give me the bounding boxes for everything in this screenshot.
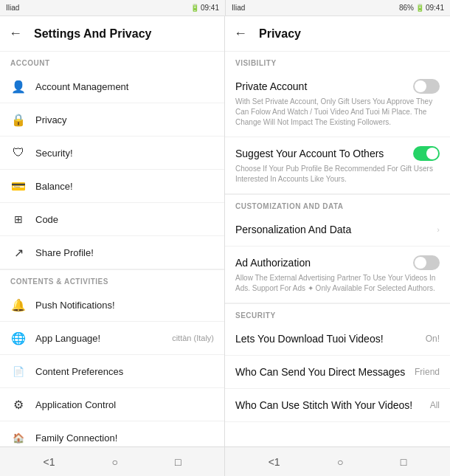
stitch-videos-row[interactable]: Who Can Use Stitch With Your Videos! All bbox=[225, 389, 450, 422]
main-panels: ← Settings And Privacy ACCOUNT 👤 Account… bbox=[0, 16, 450, 446]
left-panel-header: ← Settings And Privacy bbox=[0, 16, 224, 52]
menu-item-balance[interactable]: 💳 Balance! bbox=[0, 170, 224, 203]
left-bottom-nav: <1 ○ □ bbox=[0, 446, 225, 476]
left-status-icons: 🔋 09:41 bbox=[190, 4, 219, 12]
right-status-bar: Iliad 86% 🔋 09:41 bbox=[225, 0, 450, 16]
right-time: 09:41 bbox=[426, 4, 444, 12]
ad-authorization-title: Ad Authorization bbox=[235, 257, 311, 269]
suggest-account-toggle-knob bbox=[426, 148, 438, 159]
direct-messages-row[interactable]: Who Can Send You Direct Messages Friend bbox=[225, 356, 450, 389]
family-connection-label: Family Connection! bbox=[35, 432, 214, 444]
push-notifications-icon: 🔔 bbox=[10, 297, 27, 313]
download-videos-value: On! bbox=[426, 334, 440, 344]
code-label: Code bbox=[35, 214, 214, 225]
private-account-title: Private Account bbox=[235, 80, 307, 92]
balance-icon: 💳 bbox=[10, 178, 27, 194]
download-videos-row[interactable]: Lets You Download Tuoi Videos! On! bbox=[225, 322, 450, 356]
ad-authorization-row: Ad Authorization Allow The External Adve… bbox=[225, 246, 450, 303]
left-home-nav-button[interactable]: ○ bbox=[106, 453, 124, 471]
app-language-value: cittàn (Italy) bbox=[172, 334, 214, 342]
account-management-label: Account Management bbox=[35, 81, 214, 92]
left-panel: ← Settings And Privacy ACCOUNT 👤 Account… bbox=[0, 16, 225, 446]
left-battery: 🔋 bbox=[190, 4, 199, 12]
ad-authorization-toggle[interactable] bbox=[413, 255, 440, 270]
direct-messages-value: Friend bbox=[415, 367, 440, 377]
status-bars: Iliad 🔋 09:41 Iliad 86% 🔋 09:41 bbox=[0, 0, 450, 16]
menu-item-code[interactable]: ⊞ Code bbox=[0, 203, 224, 236]
code-icon: ⊞ bbox=[10, 211, 27, 227]
private-account-desc: With Set Private Account, Only Gift User… bbox=[235, 97, 440, 128]
application-control-icon: ⚙ bbox=[10, 396, 27, 413]
private-account-toggle[interactable] bbox=[413, 79, 440, 94]
personalization-arrow: › bbox=[437, 225, 440, 234]
family-connection-icon: 🏠 bbox=[10, 430, 27, 446]
right-home-nav-button[interactable]: ○ bbox=[331, 453, 349, 471]
left-back-button[interactable]: ← bbox=[9, 26, 22, 41]
security-section-header: SECURITY bbox=[225, 304, 450, 322]
security-label: Security! bbox=[35, 148, 214, 159]
private-account-row: Private Account With Set Private Account… bbox=[225, 70, 450, 137]
app-language-label: App Language! bbox=[35, 333, 172, 344]
push-notifications-label: Push Notifications! bbox=[35, 300, 214, 311]
right-panel-title: Privacy bbox=[259, 27, 301, 41]
menu-item-privacy[interactable]: 🔒 Privacy bbox=[0, 103, 224, 137]
private-account-toggle-knob bbox=[415, 80, 426, 92]
application-control-label: Application Control bbox=[35, 399, 214, 410]
direct-messages-title: Who Can Send You Direct Messages bbox=[235, 366, 405, 378]
customization-section-header: CUSTOMIZATION AND DATA bbox=[225, 195, 450, 213]
menu-item-application-control[interactable]: ⚙ Application Control bbox=[0, 388, 224, 421]
left-carrier: Iliad bbox=[6, 4, 19, 12]
account-management-icon: 👤 bbox=[10, 78, 27, 94]
right-carrier: Iliad bbox=[232, 4, 245, 12]
right-back-button[interactable]: ← bbox=[234, 26, 247, 41]
suggest-account-row: Suggest Your Account To Others Choose If… bbox=[225, 137, 450, 194]
stitch-videos-value: All bbox=[430, 400, 440, 410]
privacy-label: Privacy bbox=[35, 114, 214, 125]
left-time: 09:41 bbox=[201, 4, 219, 12]
menu-item-share-profile[interactable]: ↗ Share Profile! bbox=[0, 236, 224, 269]
content-preferences-icon: 📄 bbox=[10, 363, 27, 379]
balance-label: Balance! bbox=[35, 181, 214, 192]
left-back-nav-button[interactable]: <1 bbox=[38, 453, 61, 471]
suggest-account-title: Suggest Your Account To Others bbox=[235, 148, 384, 159]
share-profile-label: Share Profile! bbox=[35, 247, 214, 258]
menu-item-content-preferences[interactable]: 📄 Content Preferences bbox=[0, 355, 224, 388]
personalization-title: Personalization And Data bbox=[235, 224, 351, 235]
right-bottom-nav: <1 ○ □ bbox=[225, 446, 450, 476]
suggest-account-toggle[interactable] bbox=[413, 146, 440, 161]
menu-item-security[interactable]: 🛡 Security! bbox=[0, 137, 224, 170]
right-square-nav-button[interactable]: □ bbox=[395, 453, 412, 471]
visibility-section-header: VISIBILITY bbox=[225, 52, 450, 70]
account-section-header: ACCOUNT bbox=[0, 52, 224, 70]
suggest-account-header: Suggest Your Account To Others bbox=[235, 146, 440, 161]
ad-authorization-desc: Allow The External Advertising Partner T… bbox=[235, 273, 440, 294]
right-status-icons: 86% 🔋 09:41 bbox=[399, 4, 444, 12]
ad-authorization-header: Ad Authorization bbox=[235, 255, 440, 270]
right-back-nav-button[interactable]: <1 bbox=[263, 453, 286, 471]
private-account-header: Private Account bbox=[235, 79, 440, 94]
right-battery-icon: 🔋 bbox=[415, 4, 424, 12]
privacy-icon: 🔒 bbox=[10, 111, 27, 128]
bottom-nav: <1 ○ □ <1 ○ □ bbox=[0, 446, 450, 476]
menu-item-family-connection[interactable]: 🏠 Family Connection! bbox=[0, 421, 224, 446]
menu-item-app-language[interactable]: 🌐 App Language! cittàn (Italy) bbox=[0, 322, 224, 355]
contents-section-header: CONTENTS & ACTIVITIES bbox=[0, 270, 224, 289]
right-panel: ← Privacy VISIBILITY Private Account Wit… bbox=[225, 16, 450, 446]
stitch-videos-title: Who Can Use Stitch With Your Videos! bbox=[235, 399, 412, 411]
left-panel-title: Settings And Privacy bbox=[34, 27, 151, 41]
app-language-icon: 🌐 bbox=[10, 330, 27, 346]
security-icon: 🛡 bbox=[10, 145, 27, 161]
left-status-bar: Iliad 🔋 09:41 bbox=[0, 0, 225, 16]
left-square-nav-button[interactable]: □ bbox=[169, 453, 187, 471]
right-battery: 86% bbox=[399, 4, 414, 12]
suggest-account-desc: Choose If Your Pub Profile Be Recommende… bbox=[235, 164, 440, 184]
share-profile-icon: ↗ bbox=[10, 244, 27, 261]
right-panel-header: ← Privacy bbox=[225, 16, 450, 52]
menu-item-push-notifications[interactable]: 🔔 Push Notifications! bbox=[0, 289, 224, 322]
menu-item-account-management[interactable]: 👤 Account Management bbox=[0, 70, 224, 103]
download-videos-title: Lets You Download Tuoi Videos! bbox=[235, 333, 384, 345]
ad-authorization-toggle-knob bbox=[415, 257, 426, 269]
personalization-row[interactable]: Personalization And Data › bbox=[225, 213, 450, 246]
content-preferences-label: Content Preferences bbox=[35, 366, 214, 377]
